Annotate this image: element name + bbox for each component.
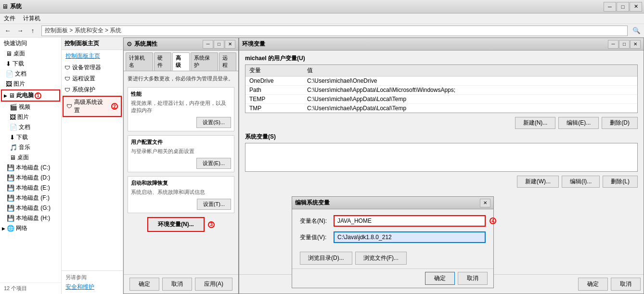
user-var-row-path[interactable]: Path C:\Users\michael\AppData\Local\Micr…: [245, 86, 637, 95]
browse-dir-button[interactable]: 浏览目录(D)...: [300, 252, 352, 265]
sys-props-cancel[interactable]: 取消: [162, 278, 192, 291]
user-var-row-onedrive[interactable]: OneDrive C:\Users\michael\OneDrive: [245, 77, 637, 86]
var-value-input[interactable]: [334, 231, 486, 243]
cp-item-device-mgr[interactable]: 🛡设备管理器: [62, 62, 123, 73]
window-title: 系统: [10, 2, 22, 11]
sidebar-item-network[interactable]: ▶ 🌐 网络: [0, 223, 61, 233]
user-delete-button[interactable]: 删除(D): [602, 117, 638, 129]
close-button[interactable]: ✕: [630, 2, 642, 12]
sys-new-button[interactable]: 新建(W)...: [517, 176, 559, 188]
item-count: 12 个项目: [4, 285, 27, 291]
window-icon: 🖥: [2, 3, 8, 10]
user-vars-table: 变量 值 OneDrive C:\Users\michael\OneDrive: [245, 65, 637, 113]
sidebar-item-desktop[interactable]: 🖥桌面: [0, 49, 61, 59]
cp-footer-security[interactable]: 安全和维护: [65, 283, 119, 291]
user-var-row-temp[interactable]: TEMP C:\Users\michael\AppData\Local\Temp: [245, 95, 637, 104]
sys-edit-button[interactable]: 编辑(I)...: [562, 176, 600, 188]
perf-title: 性能: [131, 90, 231, 98]
startup-title: 启动和故障恢复: [131, 179, 231, 187]
edit-var-title: 编辑系统变量: [295, 199, 480, 207]
cp-home-link[interactable]: 控制面板主页: [62, 50, 123, 62]
sidebar-item-pic[interactable]: 🖼图片: [0, 112, 61, 122]
edit-var-ok[interactable]: 确定: [425, 272, 455, 285]
userprofile-title: 用户配置文件: [131, 139, 231, 146]
cp-footer-title: 另请参阅: [65, 274, 119, 281]
startup-section: 启动和故障恢复 系统启动、系统故障和调试信息 设置(T)...: [128, 176, 234, 213]
tab-advanced[interactable]: 高级: [172, 52, 190, 71]
sys-props-titlebar: ⚙ 系统属性 ─ □ ✕: [124, 38, 238, 51]
startup-settings-button[interactable]: 设置(T)...: [197, 199, 231, 210]
user-edit-button[interactable]: 编辑(E)...: [558, 117, 599, 129]
env-vars-button[interactable]: 环境变量(N)...: [147, 217, 205, 232]
menu-computer[interactable]: 计算机: [23, 14, 40, 23]
sidebar-item-driveH[interactable]: 💾本地磁盘 (H:): [0, 213, 61, 223]
tab-remote[interactable]: 远程: [219, 52, 236, 71]
sys-props-ok[interactable]: 确定: [129, 278, 159, 291]
cp-item-advanced[interactable]: 🛡高级系统设置 2: [63, 96, 122, 117]
sys-props-apply[interactable]: 应用(A): [195, 278, 232, 291]
cp-item-remote[interactable]: 🛡远程设置: [62, 73, 123, 84]
search-button[interactable]: 🔍: [631, 26, 642, 36]
edit-var-titlebar: 编辑系统变量 ✕: [292, 197, 493, 209]
sidebar-item-driveD[interactable]: 💾本地磁盘 (D:): [0, 173, 61, 183]
nav-back-button[interactable]: ←: [2, 26, 13, 36]
env-vars-title: 环境变量: [242, 40, 608, 48]
env-close[interactable]: ✕: [630, 40, 641, 49]
userprofile-desc: 与登录帐户相关的桌面设置: [131, 148, 231, 155]
edit-var-dialog: 编辑系统变量 ✕ 变量名(N): 4: [292, 196, 494, 288]
sidebar-item-driveE[interactable]: 💾本地磁盘 (E:): [0, 183, 61, 193]
sidebar-item-driveF[interactable]: 💾本地磁盘 (F:): [0, 193, 61, 203]
menu-file[interactable]: 文件: [4, 14, 15, 23]
user-vars-title: michael 的用户变量(U): [245, 54, 638, 63]
sidebar-item-downloads[interactable]: ⬇下载: [0, 59, 61, 69]
sys-props-minimize[interactable]: ─: [203, 40, 213, 49]
perf-desc: 视觉效果，处理器计划，内存使用，以及虚拟内存: [131, 100, 231, 114]
sys-props-close[interactable]: ✕: [225, 40, 235, 49]
admin-notice: 要进行大多数更改，你必须作为管理员登录。: [128, 75, 234, 82]
sidebar-item-dl[interactable]: ⬇下载: [0, 132, 61, 142]
browse-file-button[interactable]: 浏览文件(F)...: [355, 252, 407, 265]
nav-forward-button[interactable]: →: [14, 26, 26, 36]
tab-computername[interactable]: 计算机名: [126, 52, 153, 71]
quick-access-section: 快速访问: [0, 38, 61, 49]
cp-header: 控制面板主页: [62, 38, 123, 50]
sidebar-item-thispc[interactable]: ▶ 🖥 此电脑 1: [1, 89, 60, 102]
userprofile-settings-button[interactable]: 设置(E)...: [196, 158, 231, 169]
env-maximize[interactable]: □: [619, 40, 630, 49]
minimize-button[interactable]: ─: [604, 2, 616, 12]
env-vars-titlebar: 环境变量 ─ □ ✕: [239, 38, 644, 51]
sys-props-maximize[interactable]: □: [214, 40, 224, 49]
cp-item-sys-protect[interactable]: 🛡系统保护: [62, 84, 123, 95]
perf-settings-button[interactable]: 设置(S)...: [196, 117, 231, 128]
sidebar-item-pictures[interactable]: 🖼图片: [0, 79, 61, 89]
tab-hardware[interactable]: 硬件: [154, 52, 171, 71]
nav-up-button[interactable]: ↑: [27, 26, 39, 36]
edit-var-close[interactable]: ✕: [480, 199, 490, 207]
sidebar-item-music[interactable]: 🎵音乐: [0, 142, 61, 153]
var-name-label: 变量名(N):: [300, 217, 334, 225]
var-name-input[interactable]: [334, 215, 486, 227]
sidebar-item-dsk[interactable]: 🖥桌面: [0, 153, 61, 163]
col-val-header: 值: [303, 65, 637, 77]
sys-delete-button[interactable]: 删除(L): [603, 176, 638, 188]
step4-badge: 4: [489, 217, 496, 224]
env-ok-button[interactable]: 确定: [578, 278, 608, 291]
env-cancel-button[interactable]: 取消: [611, 278, 641, 291]
sidebar-item-driveG[interactable]: 💾本地磁盘 (G:): [0, 203, 61, 213]
edit-var-cancel[interactable]: 取消: [458, 272, 488, 285]
user-new-button[interactable]: 新建(N)...: [515, 117, 556, 129]
userprofile-section: 用户配置文件 与登录帐户相关的桌面设置 设置(E)...: [128, 135, 234, 172]
env-minimize[interactable]: ─: [608, 40, 618, 49]
sys-props-title: 系统属性: [134, 40, 203, 48]
sidebar-item-video[interactable]: 🎬视频: [0, 102, 61, 112]
startup-desc: 系统启动、系统故障和调试信息: [131, 189, 231, 196]
step3-badge: 3: [208, 221, 215, 228]
sidebar-item-doc[interactable]: 📄文档: [0, 122, 61, 132]
maximize-button[interactable]: □: [617, 2, 629, 12]
user-var-row-tmp[interactable]: TMP C:\Users\michael\AppData\Local\Temp: [245, 104, 637, 113]
sidebar-item-docs[interactable]: 📄文档: [0, 69, 61, 79]
perf-section: 性能 视觉效果，处理器计划，内存使用，以及虚拟内存 设置(S)...: [128, 87, 234, 131]
sidebar-item-driveC[interactable]: 💾本地磁盘 (C:): [0, 163, 61, 173]
sys-props-dialog: ⚙ 系统属性 ─ □ ✕ 计算机名 硬件 高级 系统保护 远程 要进行大多数更改…: [123, 38, 239, 294]
tab-sysprotect[interactable]: 系统保护: [191, 52, 218, 71]
